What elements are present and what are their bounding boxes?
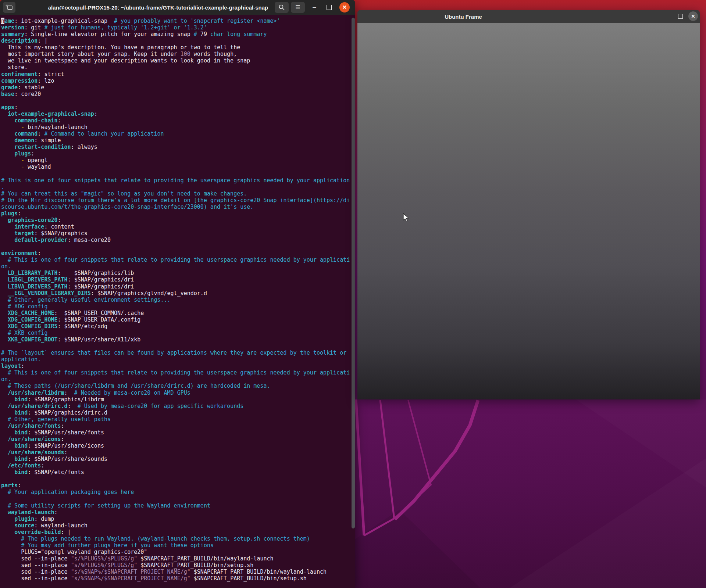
terminal-minimize-button[interactable]: – bbox=[309, 2, 320, 12]
editor-line: on. bbox=[1, 263, 351, 270]
editor-line: # Other, generally useful paths bbox=[1, 416, 351, 423]
close-icon: ✕ bbox=[691, 14, 695, 19]
syntax-span bbox=[1, 529, 14, 535]
syntax-span bbox=[1, 157, 21, 164]
editor-line: daemon: simple bbox=[1, 137, 351, 144]
terminal-maximize-button[interactable] bbox=[324, 2, 334, 12]
syntax-span bbox=[1, 409, 14, 416]
syntax-span bbox=[1, 456, 14, 462]
syntax-span bbox=[1, 217, 8, 223]
syntax-span bbox=[1, 469, 14, 476]
syntax-span: # Some utility scripts for setting up th… bbox=[8, 502, 210, 509]
editor-line: target: $SNAP/graphics bbox=[1, 230, 351, 237]
editor-line: # Other, generally useful environment se… bbox=[1, 297, 351, 303]
syntax-span: : bbox=[58, 117, 61, 124]
syntax-span: bind bbox=[14, 442, 28, 449]
syntax-span bbox=[1, 489, 8, 495]
editor-line: interface: content bbox=[1, 223, 351, 230]
editor-line: # This is one of four snippets that rela… bbox=[1, 369, 351, 376]
editor-line bbox=[1, 476, 351, 482]
editor-line: /usr/share/fonts: bbox=[1, 423, 351, 429]
syntax-span: # Other, generally useful environment se… bbox=[8, 297, 171, 303]
syntax-span: : $SNAP/usr/share/sounds bbox=[28, 456, 107, 462]
syntax-span bbox=[1, 303, 8, 310]
syntax-span: parts bbox=[1, 482, 18, 489]
new-tab-icon bbox=[6, 4, 13, 11]
frame-titlebar[interactable]: Ubuntu Frame – ✕ bbox=[357, 10, 700, 23]
syntax-span bbox=[1, 111, 8, 117]
syntax-span: bind bbox=[14, 456, 28, 462]
syntax-span bbox=[1, 150, 14, 157]
editor-text[interactable]: name: iot-example-graphical-snap # you p… bbox=[1, 18, 351, 582]
syntax-span: application. bbox=[1, 356, 41, 363]
syntax-span: "s/%SNAP%/$SNAPCRAFT_PROJECT_NAME/g" bbox=[71, 575, 190, 582]
terminal-titlebar[interactable]: alan@octopull-PROX15-20: ~/ubuntu-frame/… bbox=[0, 0, 355, 15]
editor-line: description: | bbox=[1, 37, 351, 44]
editor-line: . bbox=[1, 184, 351, 190]
syntax-span: iot-example-graphical-snap bbox=[8, 111, 94, 117]
syntax-span: "s/%SNAP%/$SNAPCRAFT_PROJECT_NAME/g" bbox=[71, 569, 190, 575]
syntax-span: command bbox=[14, 130, 38, 137]
syntax-span bbox=[1, 390, 8, 396]
syntax-span: plugin bbox=[14, 516, 34, 522]
syntax-span: : $SNAP_USER_DATA/.config bbox=[58, 316, 141, 323]
syntax-span: XKB_CONFIG_ROOT bbox=[8, 336, 57, 343]
syntax-span bbox=[1, 336, 8, 343]
syntax-span: default-provider bbox=[14, 237, 68, 243]
syntax-span bbox=[1, 316, 8, 323]
syntax-span bbox=[1, 535, 21, 542]
terminal-scrollbar[interactable] bbox=[352, 18, 355, 528]
syntax-span: confinement bbox=[1, 71, 38, 78]
syntax-span: : bbox=[58, 217, 61, 223]
syntax-span: ame bbox=[4, 18, 14, 24]
syntax-span: : $SNAP/usr/share/X11/xkb bbox=[58, 336, 141, 343]
syntax-span: restart-condition bbox=[14, 144, 71, 150]
syntax-span: layout bbox=[1, 363, 21, 369]
close-icon: ✕ bbox=[342, 4, 347, 11]
search-icon bbox=[278, 4, 285, 11]
syntax-span: target bbox=[14, 230, 34, 237]
editor-line bbox=[1, 243, 351, 250]
maximize-icon bbox=[327, 5, 332, 10]
editor-line: LIBGL_DRIVERS_PATH: $SNAP/graphics/dri bbox=[1, 276, 351, 283]
terminal-close-button[interactable]: ✕ bbox=[339, 2, 350, 12]
editor-line: # You may add further plugs here if you … bbox=[1, 542, 351, 549]
terminal-content[interactable]: name: iot-example-graphical-snap # you p… bbox=[0, 15, 355, 588]
editor-line: environment: bbox=[1, 250, 351, 257]
syntax-span bbox=[1, 144, 14, 150]
editor-line: store. bbox=[1, 64, 351, 71]
syntax-span: /etc/fonts bbox=[8, 462, 41, 469]
frame-close-button[interactable]: ✕ bbox=[688, 11, 698, 21]
editor-line: plugs: bbox=[1, 150, 351, 157]
editor-line: XDG_CONFIG_HOME: $SNAP_USER_DATA/.config bbox=[1, 316, 351, 323]
syntax-span bbox=[1, 257, 8, 263]
menu-button[interactable]: ☰ bbox=[291, 2, 305, 13]
frame-maximize-button[interactable] bbox=[675, 11, 685, 21]
editor-line: iot-example-graphical-snap: bbox=[1, 111, 351, 117]
syntax-span: # bbox=[194, 31, 200, 37]
syntax-span: : $SNAP_USER_COMMON/.cache bbox=[54, 310, 144, 316]
syntax-span: : content bbox=[44, 223, 74, 230]
editor-line: # You can treat this as "magic" so long … bbox=[1, 190, 351, 197]
syntax-span: plugs bbox=[14, 150, 31, 157]
new-tab-button[interactable] bbox=[3, 2, 15, 13]
syntax-span: : $SNAP/graphics/dri bbox=[68, 276, 134, 283]
syntax-span: daemon bbox=[14, 137, 34, 144]
syntax-span: - bbox=[21, 164, 24, 170]
editor-line: # XKB config bbox=[1, 330, 351, 336]
frame-minimize-button[interactable]: – bbox=[663, 11, 672, 21]
syntax-span bbox=[1, 369, 8, 376]
syntax-span: : bbox=[54, 509, 58, 516]
syntax-span: "s/%PLUGS%/$PLUGS/g" bbox=[71, 562, 138, 569]
editor-line: bind: $SNAP/graphics/drirc.d bbox=[1, 409, 351, 416]
editor-line: scourse.ubuntu.com/t/the-graphics-core20… bbox=[1, 204, 351, 210]
editor-line: /usr/share/icons: bbox=[1, 436, 351, 442]
syntax-span: override-build bbox=[14, 529, 61, 535]
syntax-span: : bbox=[64, 390, 74, 396]
syntax-span: # These paths (/usr/share/libdrm and /us… bbox=[8, 383, 270, 389]
editor-line: - wayland bbox=[1, 164, 351, 170]
search-button[interactable] bbox=[275, 2, 289, 13]
syntax-span: description bbox=[1, 37, 38, 44]
editor-line: command-chain: bbox=[1, 117, 351, 124]
syntax-span bbox=[1, 403, 8, 409]
